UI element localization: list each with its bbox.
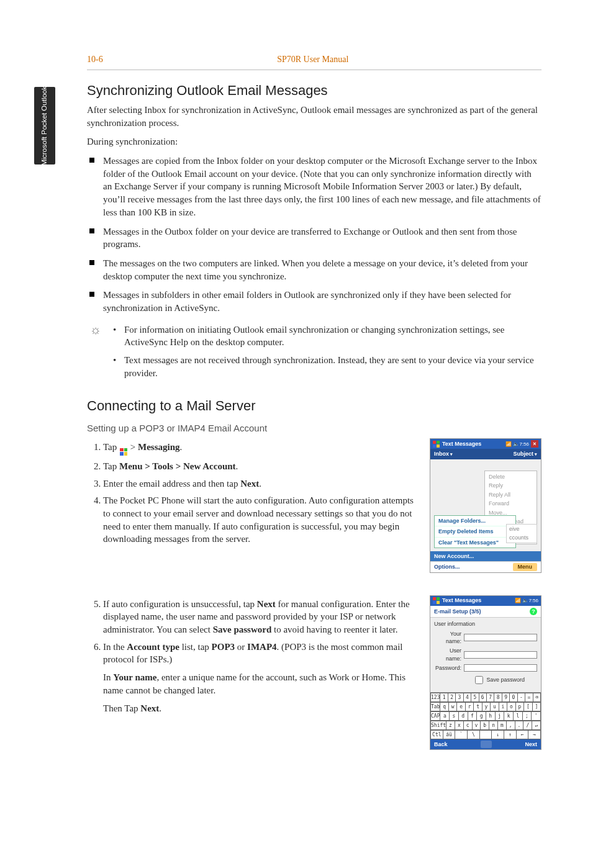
menu-item-clear-messages[interactable]: Clear "Text Messages" bbox=[435, 538, 515, 548]
input-your-name[interactable] bbox=[464, 634, 537, 641]
input-password[interactable] bbox=[464, 664, 537, 672]
keyboard-key[interactable]: ↑ bbox=[504, 730, 517, 739]
keyboard-key[interactable]: ⌫ bbox=[533, 693, 541, 702]
menu-item-options[interactable]: Options... bbox=[434, 563, 460, 570]
keyboard-key[interactable] bbox=[480, 730, 492, 739]
sync-lead: During synchronization: bbox=[87, 135, 541, 148]
menu-item-forward[interactable]: Forward bbox=[485, 499, 537, 508]
keyboard-key[interactable]: d bbox=[459, 711, 468, 721]
keyboard-key[interactable]: s bbox=[450, 711, 459, 721]
keyboard-key[interactable]: ] bbox=[533, 702, 541, 711]
tip-item: For information on initiating Outlook em… bbox=[111, 323, 541, 349]
windows-start-icon[interactable] bbox=[433, 441, 440, 448]
keyboard-key[interactable]: 5 bbox=[471, 693, 479, 702]
section-tab: Microsoft Pocket Outlook bbox=[34, 87, 55, 165]
keyboard-key[interactable]: 4 bbox=[464, 693, 471, 702]
sync-intro: After selecting Inbox for synchronizatio… bbox=[87, 104, 541, 129]
keyboard-key[interactable]: 2 bbox=[448, 693, 456, 702]
keyboard-key[interactable]: h bbox=[486, 711, 496, 721]
keyboard-key[interactable]: ' bbox=[532, 711, 541, 721]
keyboard-key[interactable]: [ bbox=[524, 702, 532, 711]
keyboard-key[interactable]: Tab bbox=[430, 702, 440, 711]
keyboard-key[interactable]: áü bbox=[443, 730, 456, 739]
keyboard-key[interactable]: 6 bbox=[479, 693, 487, 702]
keyboard-key[interactable]: i bbox=[499, 702, 507, 711]
menu-item-manage-folders[interactable]: Manage Folders... bbox=[435, 516, 515, 526]
step-6: In the Account type list, tap POP3 or IM… bbox=[103, 641, 416, 715]
sync-bullet: Messages are copied from the Inbox folde… bbox=[103, 155, 541, 219]
keyboard-key[interactable]: ↓ bbox=[492, 730, 504, 739]
keyboard-key[interactable]: w bbox=[449, 702, 457, 711]
keyboard-key[interactable]: 7 bbox=[487, 693, 494, 702]
softkey-back[interactable]: Back bbox=[434, 741, 448, 748]
keyboard-key[interactable]: ` bbox=[455, 730, 468, 739]
keyboard-key[interactable]: t bbox=[474, 702, 482, 711]
keyboard-key[interactable]: r bbox=[466, 702, 474, 711]
keyboard-key[interactable]: n bbox=[489, 721, 498, 730]
keyboard-key[interactable]: / bbox=[523, 721, 532, 730]
manual-title: SP70R User Manual bbox=[164, 53, 462, 65]
wizard-step-label: E-mail Setup (3/5) bbox=[434, 608, 481, 615]
keyboard-key[interactable]: o bbox=[507, 702, 515, 711]
help-icon[interactable]: ? bbox=[530, 608, 537, 615]
keyboard-key[interactable]: → bbox=[528, 730, 541, 739]
keyboard-key[interactable]: - bbox=[518, 693, 525, 702]
checkbox-save-password[interactable] bbox=[475, 676, 483, 684]
menu-item-empty-deleted[interactable]: Empty Deleted Items bbox=[435, 526, 515, 537]
menu-item-reply-all[interactable]: Reply All bbox=[485, 490, 537, 499]
keyboard-key[interactable]: 8 bbox=[494, 693, 502, 702]
keyboard-key[interactable]: m bbox=[498, 721, 507, 730]
keyboard-key[interactable]: a bbox=[440, 711, 450, 721]
heading-connect-mail-server: Connecting to a Mail Server bbox=[87, 397, 541, 415]
keyboard-key[interactable]: Shift bbox=[430, 721, 446, 730]
keyboard-key[interactable]: \ bbox=[468, 730, 480, 739]
keyboard-key[interactable]: , bbox=[507, 721, 515, 730]
input-user-name[interactable] bbox=[464, 651, 537, 659]
keyboard-key[interactable]: 1 bbox=[440, 693, 448, 702]
group-label-user-info: User information bbox=[434, 620, 537, 628]
keyboard-key[interactable]: f bbox=[468, 711, 478, 721]
menu-item-reply[interactable]: Reply bbox=[485, 481, 537, 490]
inbox-dropdown[interactable]: Inbox bbox=[434, 450, 453, 458]
keyboard-key[interactable]: u bbox=[491, 702, 499, 711]
keyboard-key[interactable]: = bbox=[525, 693, 533, 702]
keyboard-key[interactable]: l bbox=[514, 711, 523, 721]
keyboard-key[interactable]: ↵ bbox=[532, 721, 541, 730]
keyboard-key[interactable]: c bbox=[464, 721, 473, 730]
clock: 7:56 bbox=[528, 597, 538, 604]
keyboard-key[interactable]: x bbox=[455, 721, 464, 730]
keyboard-key[interactable]: z bbox=[446, 721, 455, 730]
soft-keyboard[interactable]: 1231234567890-=⌫ Tabqwertyuiop[] CAPasdf… bbox=[430, 692, 541, 739]
keyboard-key[interactable]: v bbox=[473, 721, 481, 730]
keyboard-key[interactable]: 9 bbox=[502, 693, 510, 702]
keyboard-key[interactable]: y bbox=[482, 702, 491, 711]
keyboard-key[interactable]: k bbox=[504, 711, 514, 721]
keyboard-key[interactable]: e bbox=[457, 702, 465, 711]
keyboard-key[interactable]: b bbox=[481, 721, 489, 730]
close-icon[interactable]: × bbox=[531, 440, 538, 448]
keyboard-key[interactable]: ; bbox=[523, 711, 532, 721]
keyboard-key[interactable]: g bbox=[477, 711, 486, 721]
softkey-next[interactable]: Next bbox=[525, 741, 537, 748]
subheading-pop3-imap4: Setting up a POP3 or IMAP4 Email Account bbox=[87, 422, 541, 435]
keyboard-key[interactable]: q bbox=[440, 702, 448, 711]
subject-dropdown[interactable]: Subject bbox=[514, 450, 537, 458]
keyboard-key[interactable]: 123 bbox=[430, 693, 440, 702]
menu-item-delete[interactable]: Delete bbox=[485, 472, 537, 481]
keyboard-key[interactable]: Ctl bbox=[430, 730, 443, 739]
keyboard-key[interactable]: CAP bbox=[430, 711, 440, 721]
windows-start-icon[interactable] bbox=[433, 597, 440, 604]
keyboard-key[interactable]: p bbox=[516, 702, 524, 711]
keyboard-key[interactable]: j bbox=[496, 711, 505, 721]
keyboard-key[interactable]: ← bbox=[517, 730, 529, 739]
status-icons: 📶 🔈 bbox=[505, 441, 519, 448]
keyboard-key[interactable]: 0 bbox=[510, 693, 517, 702]
heading-sync-outlook: Synchronizing Outlook Email Messages bbox=[87, 81, 541, 100]
sync-bullet: Messages in subfolders in other email fo… bbox=[103, 289, 541, 314]
tip-block: ☼ For information on initiating Outlook … bbox=[87, 323, 541, 385]
sip-toggle-icon[interactable] bbox=[481, 741, 492, 748]
softkey-menu[interactable]: Menu bbox=[513, 563, 538, 570]
keyboard-key[interactable]: 3 bbox=[456, 693, 463, 702]
menu-item-new-account[interactable]: New Account... bbox=[430, 551, 541, 561]
keyboard-key[interactable]: . bbox=[515, 721, 524, 730]
